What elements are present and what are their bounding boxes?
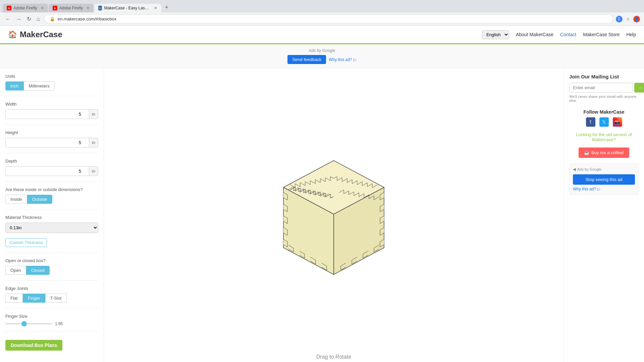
dimensions-inside-button[interactable]: Inside <box>5 195 27 204</box>
site-name: MakerCase <box>20 30 62 39</box>
twitter-icon[interactable]: 𝕏 <box>599 117 609 127</box>
edge-joints-section: Edge Joints Flat Finger T-Slot <box>5 286 98 308</box>
tab-2-close[interactable]: ✕ <box>86 6 90 10</box>
browser-tab-1[interactable]: A Adobe Firefly ✕ <box>3 4 48 12</box>
depth-unit: in <box>89 167 98 176</box>
address-bar[interactable]: 🔒 en.makercase.com/#/basicbox <box>44 14 613 23</box>
joint-flat-button[interactable]: Flat <box>5 294 23 303</box>
refresh-button[interactable]: ↻ <box>25 14 33 23</box>
download-button[interactable]: Download Box Plans <box>5 340 62 351</box>
box-type-group: Open Closed <box>5 266 98 275</box>
material-section: Material Thickness 0.13in 0.25in 0.5in C… <box>5 215 98 253</box>
box-closed-button[interactable]: Closed <box>26 266 50 275</box>
finger-size-slider-container: 1.95 <box>5 321 98 326</box>
box-svg <box>270 150 397 285</box>
email-note: We'll never share your email with anyone… <box>569 95 639 103</box>
why-ad-right-link[interactable]: Why this ad? ▷ <box>573 187 635 191</box>
units-section: Units Inch Millimeters <box>5 74 98 96</box>
old-version-link[interactable]: Looking for the old version of Makercase… <box>569 132 639 142</box>
right-collapse-icon[interactable]: ◀ <box>573 167 576 172</box>
right-ad-label: ◀ Ads by Google <box>573 167 635 172</box>
tab-3-favicon: M <box>98 6 102 10</box>
units-mm-button[interactable]: Millimeters <box>24 81 55 90</box>
site-logo[interactable]: 🏠 MakerCase <box>8 30 62 39</box>
height-unit: in <box>89 138 98 147</box>
why-ad-text: Why this ad? <box>329 57 352 62</box>
email-row: → <box>569 83 639 93</box>
tab-2-favicon: A <box>53 6 57 10</box>
box-preview[interactable] <box>267 147 401 288</box>
nav-contact[interactable]: Contact <box>560 32 576 37</box>
new-tab-button[interactable]: + <box>162 3 171 12</box>
height-label: Height <box>5 130 98 135</box>
home-icon: 🏠 <box>8 30 17 39</box>
material-select[interactable]: 0.13in 0.25in 0.5in Custom <box>5 223 98 233</box>
depth-section: Depth in <box>5 159 98 182</box>
box-open-button[interactable]: Open <box>5 266 26 275</box>
depth-label: Depth <box>5 159 98 164</box>
coffee-label: Buy me a coffee! <box>591 150 624 155</box>
extensions-icon[interactable]: E <box>616 16 623 22</box>
units-inch-button[interactable]: Inch <box>5 81 24 90</box>
joint-finger-button[interactable]: Finger <box>23 294 45 303</box>
social-icons: f 𝕏 📷 <box>569 117 639 127</box>
instagram-icon[interactable]: 📷 <box>613 117 622 127</box>
nav-help[interactable]: Help <box>626 32 636 37</box>
browser-tab-2[interactable]: A Adobe Firefly ✕ <box>49 4 94 12</box>
why-ad-icon: ▷ <box>354 57 357 62</box>
why-ad-right-icon: ▷ <box>597 187 600 191</box>
email-input[interactable] <box>569 83 633 93</box>
height-input-group: in <box>5 138 98 147</box>
depth-input[interactable] <box>6 167 89 176</box>
box-type-label: Open or closed box? <box>5 258 98 263</box>
url-text: en.makercase.com/#/basicbox <box>58 16 607 21</box>
finger-size-label: Finger Size <box>5 314 98 319</box>
tab-3-label: MakerCase - Easy Laser Cut C... <box>104 6 151 10</box>
nav-store[interactable]: MakerCase Store <box>583 32 620 37</box>
nav-about[interactable]: About MakerCase <box>516 32 553 37</box>
edge-joints-group: Flat Finger T-Slot <box>5 294 98 303</box>
width-input-group: in <box>5 109 98 119</box>
profile-icon[interactable]: 👤 <box>633 16 640 22</box>
language-selector[interactable]: English <box>482 30 509 39</box>
joint-tslot-button[interactable]: T-Slot <box>45 294 67 303</box>
why-ad-link[interactable]: Why this ad? ▷ <box>329 57 356 62</box>
email-submit-button[interactable]: → <box>634 83 644 93</box>
download-section: Download Box Plans <box>5 337 98 356</box>
dimensions-group: Inside Outside <box>5 195 98 204</box>
home-button[interactable]: ⌂ <box>35 15 41 23</box>
units-group: Inch Millimeters <box>5 81 98 90</box>
buy-coffee-section: ☕ Buy me a coffee! <box>569 147 639 158</box>
tab-3-close[interactable]: ✕ <box>154 6 157 10</box>
drag-hint: Drag to Rotate <box>316 354 351 360</box>
buy-coffee-button[interactable]: ☕ Buy me a coffee! <box>579 147 629 158</box>
canvas-area[interactable]: Drag to Rotate <box>104 68 564 362</box>
dimensions-section: Are these inside or outside dimensions? … <box>5 187 98 209</box>
width-input[interactable] <box>6 110 89 119</box>
tab-2-label: Adobe Firefly <box>59 6 83 10</box>
finger-size-slider[interactable] <box>5 323 52 324</box>
browser-tab-3[interactable]: M MakerCase - Easy Laser Cut C... ✕ <box>94 4 161 12</box>
controls-panel: Units Inch Millimeters Width in Height <box>0 68 104 362</box>
dimensions-label: Are these inside or outside dimensions? <box>5 187 98 192</box>
bookmark-icon[interactable]: ☆ <box>625 16 631 22</box>
stop-ad-button[interactable]: Stop seeing this ad <box>573 174 635 185</box>
depth-input-group: in <box>5 166 98 176</box>
right-panel: Join Our Mailing List → We'll never shar… <box>564 68 644 362</box>
width-unit: in <box>89 110 98 119</box>
tab-1-close[interactable]: ✕ <box>41 6 44 10</box>
facebook-icon[interactable]: f <box>586 117 595 127</box>
width-section: Width in <box>5 102 98 125</box>
units-label: Units <box>5 74 98 79</box>
height-input[interactable] <box>6 138 89 147</box>
custom-thickness-button[interactable]: Custom Thickness <box>5 238 47 247</box>
ad-label: Ads by Google <box>4 48 640 53</box>
dimensions-outside-button[interactable]: Outside <box>27 195 52 204</box>
back-button[interactable]: ← <box>4 15 12 23</box>
box-type-section: Open or closed box? Open Closed <box>5 258 98 281</box>
right-ad: ◀ Ads by Google Stop seeing this ad Why … <box>569 163 639 195</box>
send-feedback-button[interactable]: Send feedback <box>287 55 326 64</box>
edge-joints-label: Edge Joints <box>5 286 98 291</box>
forward-button[interactable]: → <box>15 15 23 23</box>
why-ad-right-text: Why this ad? <box>573 187 596 191</box>
